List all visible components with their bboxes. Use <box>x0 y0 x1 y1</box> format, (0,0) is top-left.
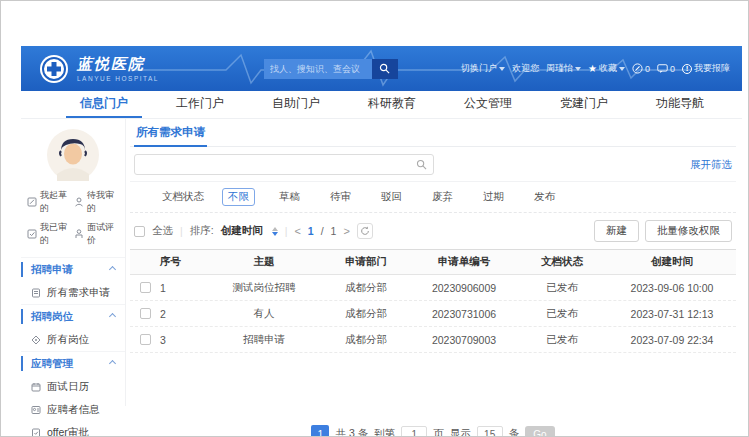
page-title: 所有需求申请 <box>134 119 207 147</box>
report-issue-link[interactable]: ! 我要报障 <box>682 62 730 75</box>
new-button[interactable]: 新建 <box>594 220 639 242</box>
filter-option-published[interactable]: 发布 <box>528 188 561 206</box>
cell-subject[interactable]: 有人 <box>208 307 320 321</box>
refresh-button[interactable] <box>357 223 373 239</box>
filter-option-rejected[interactable]: 驳回 <box>375 188 408 206</box>
list-search <box>134 154 434 175</box>
col-no: 序号 <box>160 255 208 269</box>
drafts-counter[interactable]: 0 <box>632 63 650 74</box>
sidebar-item-offer-approval[interactable]: offer审批 <box>21 421 125 437</box>
next-page-arrow[interactable]: > <box>343 225 349 237</box>
filter-option-expired[interactable]: 过期 <box>477 188 510 206</box>
col-order-number: 申请单编号 <box>412 255 516 269</box>
sidebar-item-label: offer审批 <box>47 426 89 437</box>
expand-filter-link[interactable]: 展开筛选 <box>690 158 732 172</box>
page-separator: / <box>321 225 324 237</box>
sidebar-item-label: 面试日历 <box>47 380 89 394</box>
quick-link-my-drafts[interactable]: 我起草的 <box>27 189 72 215</box>
hospital-name: 蓝悦医院 <box>77 55 159 74</box>
filter-label: 文档状态 <box>162 190 204 204</box>
tab-research-education[interactable]: 科研教育 <box>354 91 430 118</box>
sidebar-item-label: 应聘者信息 <box>47 403 100 417</box>
table-row[interactable]: 1 测试岗位招聘 成都分部 20230906009 已发布 2023-09-06… <box>130 275 736 301</box>
batch-edit-permissions-button[interactable]: 批量修改权限 <box>645 220 732 242</box>
sort-field[interactable]: 创建时间 <box>221 224 263 238</box>
tab-self-service-portal[interactable]: 自助门户 <box>258 91 334 118</box>
list-toolbar: 全选 | 排序: 创建时间 | < 1 / 1 > 新建 <box>130 213 736 249</box>
tab-work-portal[interactable]: 工作门户 <box>162 91 238 118</box>
favorites-label: 收藏 <box>599 62 617 75</box>
report-issue-label: 我要报障 <box>694 62 730 75</box>
sidebar-item-all-demand-requests[interactable]: 所有需求申请 <box>21 281 125 304</box>
person-icon <box>74 197 84 207</box>
top-header: 蓝悦医院 LANYUE HOSPITAL 切换门户 欢迎您 周瑾怡 <box>21 46 742 91</box>
row-checkbox[interactable] <box>140 282 151 293</box>
table-row[interactable]: 3 招聘申请 成都分部 20230709003 已发布 2023-07-09 2… <box>130 327 736 353</box>
show-label: 显示 <box>450 427 471 437</box>
table-row[interactable]: 2 有人 成都分部 20230731006 已发布 2023-07-31 12:… <box>130 301 736 327</box>
cell-order-number: 20230731006 <box>412 308 516 320</box>
global-search-button[interactable] <box>372 59 398 79</box>
header-user-area: 切换门户 欢迎您 周瑾怡 ★ 收藏 0 <box>461 62 730 75</box>
prev-page-arrow[interactable]: < <box>294 225 300 237</box>
global-search-input[interactable] <box>264 59 372 79</box>
page-number-button[interactable]: 1 <box>311 425 329 437</box>
quick-link-interview-evaluation[interactable]: 面试评价 <box>74 221 119 247</box>
sidebar-item-interview-calendar[interactable]: 面试日历 <box>21 375 125 398</box>
sidebar-section-recruit-positions[interactable]: 招聘岗位 <box>21 304 125 328</box>
select-all-checkbox[interactable] <box>134 226 145 237</box>
cell-no: 3 <box>160 334 208 346</box>
switch-portal-menu[interactable]: 切换门户 <box>461 62 505 75</box>
cell-doc-status: 已发布 <box>516 307 608 321</box>
cell-subject[interactable]: 测试岗位招聘 <box>208 281 320 295</box>
filter-option-draft[interactable]: 草稿 <box>273 188 306 206</box>
quick-link-label: 我已审的 <box>40 221 72 247</box>
tab-document-management[interactable]: 公文管理 <box>450 91 526 118</box>
section-accent-bar <box>21 262 23 277</box>
messages-count: 0 <box>670 64 675 74</box>
user-menu[interactable]: 周瑾怡 <box>546 62 581 75</box>
messages-counter[interactable]: 0 <box>657 64 675 74</box>
cell-created-time: 2023-07-31 12:13 <box>608 308 736 320</box>
go-button[interactable]: Go <box>525 426 554 437</box>
sidebar-item-all-positions[interactable]: 所有岗位 <box>21 328 125 351</box>
portal-nav: 信息门户 工作门户 自助门户 科研教育 公文管理 党建门户 功能导航 <box>21 91 742 119</box>
list-search-input[interactable] <box>134 154 434 175</box>
switch-portal-label: 切换门户 <box>461 62 497 75</box>
sidebar: 我起草的 待我审的 我已审的 面试评价 <box>21 119 126 406</box>
select-all-label[interactable]: 全选 <box>152 224 173 238</box>
favorites-menu[interactable]: ★ 收藏 <box>588 62 625 75</box>
section-accent-bar <box>21 356 23 371</box>
sidebar-item-applicant-info[interactable]: 应聘者信息 <box>21 398 125 421</box>
cell-created-time: 2023-09-06 10:00 <box>608 282 736 294</box>
doc-status-filter: 文档状态 不限 草稿 待审 驳回 废弃 过期 发布 <box>130 181 736 213</box>
hospital-logo-icon <box>39 54 69 84</box>
tab-party-portal[interactable]: 党建门户 <box>546 91 622 118</box>
tab-info-portal[interactable]: 信息门户 <box>66 91 142 118</box>
sidebar-section-recruit-request[interactable]: 招聘申请 <box>21 257 125 281</box>
filter-option-pending[interactable]: 待审 <box>324 188 357 206</box>
goto-label: 到第 <box>374 427 395 437</box>
hospital-name-en: LANYUE HOSPITAL <box>77 75 159 82</box>
col-department: 申请部门 <box>320 255 412 269</box>
tab-function-navigation[interactable]: 功能导航 <box>642 91 718 118</box>
refresh-icon <box>360 226 370 236</box>
goto-page-input[interactable] <box>401 426 427 437</box>
filter-option-discarded[interactable]: 废弃 <box>426 188 459 206</box>
cell-created-time: 2023-07-09 22:34 <box>608 334 736 346</box>
sidebar-section-application-management[interactable]: 应聘管理 <box>21 351 125 375</box>
page-size-input[interactable] <box>477 426 503 437</box>
cell-no: 2 <box>160 308 208 320</box>
quick-link-reviewed-by-me[interactable]: 我已审的 <box>27 221 72 247</box>
row-checkbox[interactable] <box>140 308 151 319</box>
user-avatar[interactable] <box>47 129 99 181</box>
quick-link-label: 面试评价 <box>87 221 119 247</box>
cell-subject[interactable]: 招聘申请 <box>208 333 320 347</box>
filter-option-unlimited[interactable]: 不限 <box>222 188 255 206</box>
row-checkbox[interactable] <box>140 334 151 345</box>
quick-link-pending-my-review[interactable]: 待我审的 <box>74 189 119 215</box>
id-card-icon <box>31 405 41 415</box>
sort-direction-icon[interactable] <box>272 227 278 236</box>
reviewed-icon <box>27 229 37 239</box>
sidebar-item-label: 所有岗位 <box>47 333 89 347</box>
